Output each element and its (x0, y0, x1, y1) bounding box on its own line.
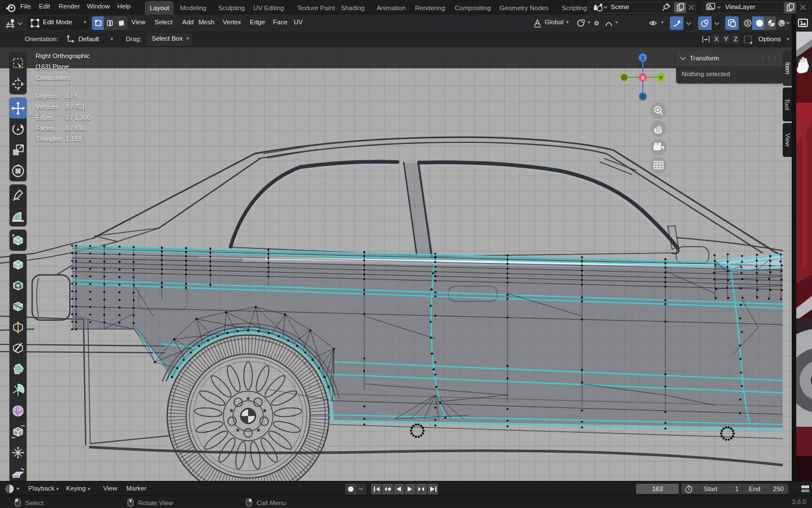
svg-text:X: X (641, 75, 645, 81)
svg-text:Y: Y (659, 75, 663, 81)
svg-text:Z: Z (641, 55, 645, 61)
